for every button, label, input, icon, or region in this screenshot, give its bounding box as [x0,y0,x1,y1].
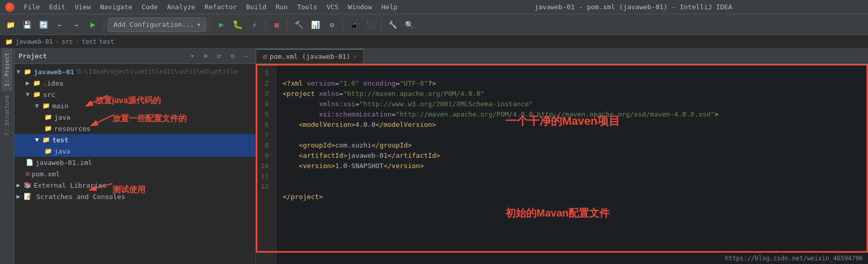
main-folder-icon: ▼ 📁 [35,102,50,109]
tree-item-src[interactable]: ▼ 📁 src [14,89,255,100]
menu-navigate[interactable]: Navigate [96,2,137,12]
tree-item-resources[interactable]: 📁 resources [14,123,255,134]
test-java-folder-icon: 📁 [44,147,52,155]
line-num-8: 8 [256,140,272,151]
panel-add-btn[interactable]: ⊕ [201,51,211,61]
panel-dropdown-arrow[interactable]: ▾ [187,51,198,61]
menu-refactor[interactable]: Refactor [201,2,241,12]
menu-build[interactable]: Build [242,2,270,12]
line-numbers: 1 2 3 4 5 6 7 8 9 10 11 12 [256,64,276,264]
toolbar-separator-1 [104,20,104,30]
menu-view[interactable]: View [71,2,95,12]
code-content[interactable]: <?xml version="1.0" encoding="UTF-8"?> <… [276,64,868,264]
line-num-10: 10 [256,161,272,171]
tree-item-iml[interactable]: 📄 javaweb-01.iml [14,157,255,168]
tree-src-label: src [43,91,55,98]
tree-main-label: main [52,102,68,110]
menu-edit[interactable]: Edit [45,2,69,12]
tree-item-main[interactable]: ▼ 📁 main [14,100,255,111]
analyze-button[interactable]: 📊 [308,18,322,32]
panel-settings-btn[interactable]: ⚙ [227,51,238,61]
editor-tabs: m pom.xml (javaweb-01) ✕ [256,48,868,64]
tree-root-label: javaweb-01 [34,68,74,76]
breadcrumb-part-2[interactable]: src [61,38,73,45]
debug-button[interactable]: 🐛 [231,18,245,32]
profile-button[interactable]: ⚙ [324,18,339,32]
build-button[interactable]: 🔨 [291,18,306,32]
resources-folder-icon: 📁 [44,125,52,132]
tree-item-external-libs[interactable]: ▶ 📚 External Libraries [14,179,255,191]
line-num-1: 1 [256,68,272,78]
device-button[interactable]: 📱 [347,18,361,32]
run-indicator: ▶ [86,18,100,32]
tree-test-label: test [52,136,68,144]
structure-side-tab[interactable]: 7: Structure [2,91,12,140]
tree-item-idea[interactable]: ▶ 📁 .idea [14,77,255,89]
tab-pom-label: pom.xml (javaweb-01) [270,53,351,60]
tree-scratches-label: Scratches and Consoles [36,193,125,201]
line-num-11: 11 [256,171,272,182]
main-layout: 1: Project 7: Structure Project ▾ ⊕ ⇄ ⚙ … [0,48,868,264]
run-button[interactable]: ▶ [214,18,228,32]
add-config-arrow: ▾ [197,21,201,28]
toolbar-separator-5 [342,20,343,30]
file-tree-panel: Project ▾ ⊕ ⇄ ⚙ — ▼ 📁 javaweb-01 D:\Idea… [14,48,256,264]
panel-title: Project [19,52,184,60]
menu-code[interactable]: Code [138,2,162,12]
tree-item-root[interactable]: ▼ 📁 javaweb-01 D:\IdeaProjects\untitled1… [14,66,255,77]
tree-root-path: D:\IdeaProjects\untitled11\untitled\unti… [77,68,238,75]
toolbar-separator-2 [210,20,210,30]
breadcrumb-part-1[interactable]: javaweb-01 [15,38,53,45]
sync-button[interactable]: 🔄 [36,18,51,32]
tab-close-button[interactable]: ✕ [353,53,357,60]
tree-item-test[interactable]: ▼ 📁 test [14,134,255,145]
breadcrumb-part-3[interactable]: test [81,38,96,45]
panel-collapse-btn[interactable]: ⇄ [214,51,224,61]
menu-window[interactable]: Window [344,2,376,12]
line-num-4: 4 [256,99,272,109]
toolbar-separator-4 [287,20,288,30]
menu-analyze[interactable]: Analyze [163,2,200,12]
menu-run[interactable]: Run [271,2,291,12]
tree-external-libs-label: External Libraries [34,182,106,189]
root-folder-icon: ▼ 📁 [17,68,31,75]
coverage-button[interactable]: ⚡ [247,18,261,32]
menu-file[interactable]: File [20,2,44,12]
settings-button[interactable]: 🔧 [385,18,400,32]
tree-item-pom[interactable]: m pom.xml [14,168,255,179]
main-java-folder-icon: 📁 [44,113,52,121]
back-button[interactable]: ← [53,18,67,32]
stop-button[interactable]: ■ [269,18,284,32]
menu-help[interactable]: Help [378,2,402,12]
tree-pom-label: pom.xml [31,170,60,178]
project-side-tab[interactable]: 1: Project [2,48,12,91]
menu-bar: File Edit View Navigate Code Analyze Ref… [0,0,868,14]
toolbar-separator-6 [381,20,382,30]
breadcrumb-part-3-label[interactable]: test [99,38,114,45]
tree-item-scratches[interactable]: ▶ 📝 Scratches and Consoles [14,191,255,202]
terminal-button[interactable]: ⬛ [363,18,378,32]
line-num-9: 9 [256,151,272,161]
breadcrumb-javaweb[interactable]: 📁 [5,38,13,45]
open-button[interactable]: 📁 [3,18,18,32]
menu-tools[interactable]: Tools [293,2,321,12]
external-libs-icon: ▶ 📚 [17,182,31,189]
editor-area: m pom.xml (javaweb-01) ✕ 1 2 3 4 5 6 7 [256,48,868,264]
tree-item-main-java[interactable]: 📁 java [14,111,255,123]
search-button[interactable]: 🔍 [402,18,416,32]
breadcrumb-sep-2: › [75,38,79,45]
pom-file-icon: m [26,170,29,177]
line-num-3: 3 [256,89,272,99]
panel-close-btn[interactable]: — [241,51,251,61]
forward-button[interactable]: → [69,18,84,32]
watermark: https://blog.csdn.net/weixin_46594796 [725,255,863,262]
pom-editor-tab[interactable]: m pom.xml (javaweb-01) ✕ [256,49,364,63]
tree-item-test-java[interactable]: 📁 java [14,145,255,157]
app-logo [4,2,15,13]
breadcrumb-sep-1: › [55,38,59,45]
add-configuration-button[interactable]: Add Configuration... ▾ [108,18,206,32]
menu-vcs[interactable]: VCS [322,2,342,12]
idea-folder-icon: ▶ 📁 [26,79,41,87]
line-num-12: 12 [256,182,272,192]
save-button[interactable]: 💾 [20,18,34,32]
